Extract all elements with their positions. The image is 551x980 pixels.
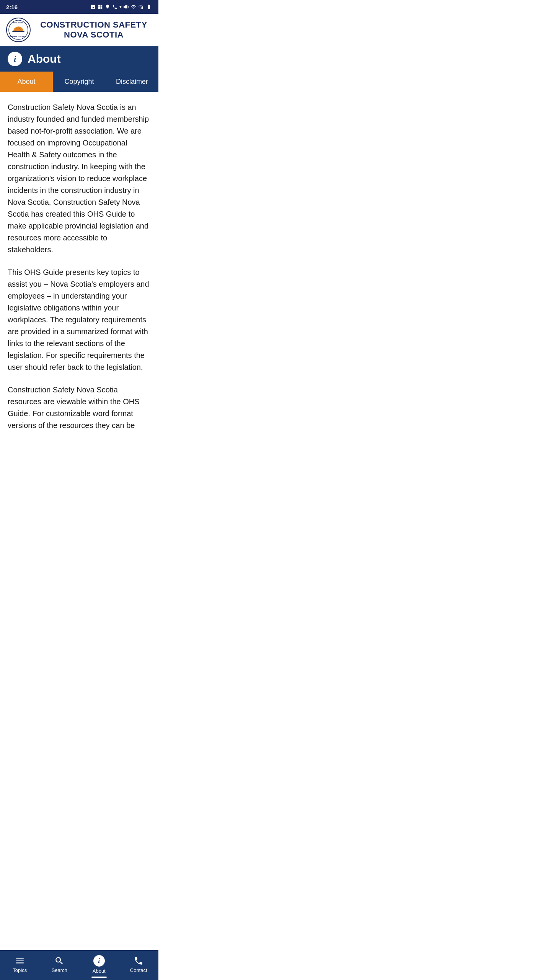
grid-status-icon (98, 4, 103, 10)
tab-disclaimer[interactable]: Disclaimer (106, 72, 158, 92)
tab-bar: About Copyright Disclaimer (0, 72, 158, 92)
wifi-status-icon (131, 4, 136, 10)
app-logo: CONSTRUCTION SAFETY NOVA SCOTIA (6, 18, 31, 42)
svg-text:CONSTRUCTION SAFETY: CONSTRUCTION SAFETY (8, 36, 28, 38)
svg-rect-3 (12, 31, 24, 32)
signal-status-icon (138, 4, 143, 10)
content-area: Construction Safety Nova Scotia is an in… (0, 92, 158, 480)
app-header: CONSTRUCTION SAFETY NOVA SCOTIA CONSTRUC… (0, 14, 158, 46)
svg-rect-0 (142, 7, 143, 9)
status-icons: • (90, 3, 152, 11)
page-title-text: About (28, 52, 61, 65)
logo-svg: CONSTRUCTION SAFETY NOVA SCOTIA (8, 20, 28, 40)
content-paragraph-3: Construction Safety Nova Scotia resource… (8, 384, 151, 431)
bulb-status-icon (105, 4, 110, 10)
status-bar: 2:16 • (0, 0, 158, 14)
phone-status-icon (112, 4, 117, 10)
dot-status-icon: • (119, 3, 122, 11)
status-time: 2:16 (6, 4, 18, 10)
vibrate-status-icon (124, 4, 129, 10)
app-title: CONSTRUCTION SAFETY NOVA SCOTIA (35, 20, 152, 40)
svg-text:NOVA SCOTIA: NOVA SCOTIA (13, 22, 24, 24)
tab-copyright[interactable]: Copyright (53, 72, 106, 92)
photo-status-icon (90, 4, 96, 10)
content-paragraph-1: Construction Safety Nova Scotia is an in… (8, 101, 151, 256)
svg-rect-1 (141, 7, 142, 9)
content-paragraph-2: This OHS Guide presents key topics to as… (8, 266, 151, 373)
page-title-icon: i (8, 52, 22, 66)
page-title-bar: i About (0, 46, 158, 72)
tab-about[interactable]: About (0, 72, 53, 92)
battery-status-icon (145, 4, 152, 10)
